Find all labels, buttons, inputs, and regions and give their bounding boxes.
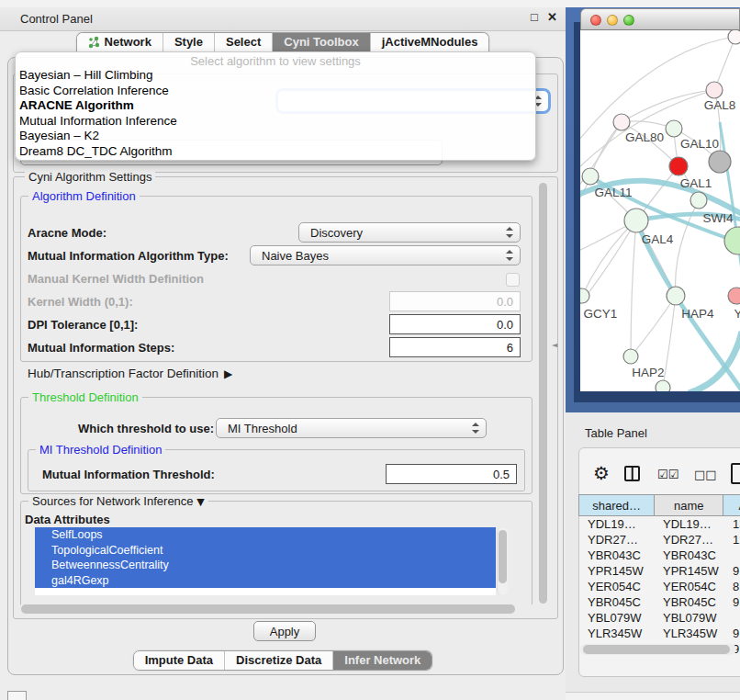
- algorithm-option[interactable]: Dream8 DC_TDC Algorithm: [16, 144, 535, 160]
- table-cell: YPR145W: [578, 563, 654, 579]
- tab-style[interactable]: Style: [163, 33, 214, 51]
- column-header[interactable]: name: [654, 495, 723, 515]
- node-label: GAL11: [594, 186, 632, 199]
- node-gal80[interactable]: [613, 114, 630, 130]
- tab-discretize-data[interactable]: Discretize Data: [224, 651, 332, 670]
- table-cell: YBL079W: [578, 610, 654, 626]
- float-window-icon[interactable]: □: [531, 10, 538, 24]
- close-traffic-light[interactable]: [590, 15, 601, 26]
- algorithm-option[interactable]: Mutual Information Inference: [16, 114, 535, 130]
- screen: Control Panel □ ✕ Network Style Select C…: [0, 0, 740, 700]
- split-columns-icon[interactable]: [624, 466, 640, 481]
- export-table-icon[interactable]: [731, 463, 740, 484]
- network-edge[interactable]: [631, 220, 636, 356]
- data-attributes-list[interactable]: SelfLoopsTopologicalCoefficientBetweenne…: [35, 527, 496, 595]
- gear-icon[interactable]: ⚙: [593, 462, 610, 484]
- network-window-border-left: [574, 22, 580, 402]
- hub-definition-toggle[interactable]: Hub/Transcription Factor Definition▶: [28, 367, 232, 380]
- algorithm-list: Bayesian – Hill ClimbingBasic Correlatio…: [16, 68, 535, 160]
- table-row[interactable]: YLR345WYLR345W9.: [578, 626, 740, 641]
- mi-threshold-field[interactable]: 0.5: [386, 464, 517, 484]
- tab-impute-data[interactable]: Impute Data: [134, 651, 224, 670]
- table-cell: [723, 610, 740, 626]
- node-swi4[interactable]: [690, 192, 707, 209]
- data-attribute-item[interactable]: BetweennessCentrality: [35, 558, 496, 573]
- table-row[interactable]: YBR045CYBR045C9.: [578, 594, 740, 610]
- table-cell: YER054C: [578, 579, 654, 594]
- tab-select[interactable]: Select: [214, 33, 272, 51]
- splitpane-handle-icon[interactable]: ◄: [552, 341, 557, 349]
- expand-right-icon: ▶: [224, 367, 232, 380]
- network-edge[interactable]: [663, 296, 676, 388]
- node-biggreen[interactable]: [724, 227, 740, 254]
- table-header-row: shared…nameA: [578, 494, 740, 516]
- minimize-traffic-light[interactable]: [607, 15, 618, 26]
- column-header[interactable]: shared…: [579, 495, 654, 515]
- network-view[interactable]: GAL8GAL80GAL10GAL1GAL11SWI4GAL4GCY1HAP4Y…: [580, 30, 740, 391]
- attributes-list-scrollbar[interactable]: [497, 527, 508, 595]
- network-graph[interactable]: GAL8GAL80GAL10GAL1GAL11SWI4GAL4GCY1HAP4Y…: [580, 30, 740, 391]
- data-attribute-item[interactable]: gal4RGexp: [35, 573, 496, 589]
- table-horizontal-scrollbar[interactable]: [580, 644, 736, 655]
- node-gal10[interactable]: [666, 120, 682, 137]
- algorithm-option[interactable]: Bayesian – K2: [16, 129, 535, 144]
- bottom-left-widget[interactable]: [7, 691, 27, 700]
- table-cell: YDL19…: [578, 516, 654, 532]
- network-edge[interactable]: [580, 90, 714, 168]
- data-attribute-item[interactable]: TopologicalCoefficient: [35, 543, 496, 559]
- node-gcy1[interactable]: [580, 288, 589, 303]
- kernel-width-field[interactable]: 0.0: [389, 291, 521, 311]
- which-threshold-combobox[interactable]: MI Threshold: [216, 418, 487, 438]
- dpi-tolerance-field[interactable]: 0.0: [389, 314, 521, 334]
- node-y[interactable]: [728, 288, 740, 304]
- table-cell: YBL079W: [654, 610, 723, 626]
- data-attribute-item[interactable]: SelfLoops: [35, 527, 496, 543]
- table-cell: YDR27…: [654, 532, 723, 548]
- mi-threshold-definition-title: MI Threshold Definition: [36, 443, 165, 457]
- zoom-traffic-light[interactable]: [623, 15, 634, 26]
- manual-kernel-checkbox[interactable]: [506, 273, 520, 287]
- table-cell: YLR345W: [578, 626, 654, 641]
- deselect-all-columns-icon[interactable]: □□: [694, 468, 717, 481]
- tab-cyni-toolbox[interactable]: Cyni Toolbox: [272, 33, 369, 51]
- settings-vertical-scrollbar[interactable]: [538, 180, 548, 614]
- close-icon[interactable]: ✕: [547, 10, 557, 24]
- node-gal11[interactable]: [582, 168, 599, 185]
- node-hap4[interactable]: [667, 287, 685, 305]
- select-all-columns-icon[interactable]: ☑☑: [657, 468, 678, 481]
- node-label: SWI4: [702, 211, 733, 225]
- algorithm-dropdown-popup: Select algorithm to view settings Bayesi…: [15, 51, 536, 161]
- table-row[interactable]: YDR27…YDR27…12: [578, 532, 740, 548]
- algorithm-option[interactable]: Bayesian – Hill Climbing: [16, 68, 535, 84]
- node-bottom[interactable]: [656, 380, 670, 391]
- node-gal8[interactable]: [706, 82, 723, 98]
- node-gal1[interactable]: [669, 157, 688, 175]
- aracne-mode-combobox[interactable]: Discovery: [298, 222, 521, 243]
- table-row[interactable]: YDL19…YDL19…13: [578, 516, 740, 532]
- settings-group-title: Cyni Algorithm Settings: [25, 170, 155, 184]
- sources-title[interactable]: Sources for Network Inference ▼: [28, 494, 208, 508]
- table-row[interactable]: YBR043CYBR043C: [578, 548, 740, 563]
- tab-network[interactable]: Network: [77, 33, 163, 51]
- tab-jactivemnodules[interactable]: jActiveMNodules: [370, 33, 489, 51]
- apply-button[interactable]: Apply: [253, 621, 316, 641]
- table-cell: 8.: [723, 579, 740, 594]
- algorithm-option[interactable]: ARACNE Algorithm: [16, 98, 535, 114]
- table-row[interactable]: YPR145WYPR145W9.: [578, 563, 740, 579]
- table-row[interactable]: YER054CYER054C8.: [578, 579, 740, 594]
- algorithm-option[interactable]: Basic Correlation Inference: [16, 84, 535, 99]
- network-window-titlebar[interactable]: [580, 8, 740, 30]
- manual-kernel-label: Manual Kernel Width Definition: [28, 272, 204, 286]
- network-edge[interactable]: [582, 220, 636, 296]
- node-gray[interactable]: [709, 151, 731, 173]
- tab-infer-network[interactable]: Infer Network: [332, 651, 432, 670]
- settings-horizontal-scrollbar[interactable]: [18, 604, 534, 615]
- node-top-partial[interactable]: [728, 30, 740, 44]
- network-edge-highlighted[interactable]: [689, 332, 740, 391]
- mi-steps-field[interactable]: 6: [389, 337, 521, 357]
- node-hap2[interactable]: [623, 349, 638, 364]
- mi-algorithm-type-combobox[interactable]: Naive Bayes: [250, 245, 521, 265]
- table-row[interactable]: YBL079WYBL079W: [578, 610, 740, 626]
- column-header[interactable]: A: [723, 495, 740, 515]
- node-gal4[interactable]: [624, 209, 648, 232]
